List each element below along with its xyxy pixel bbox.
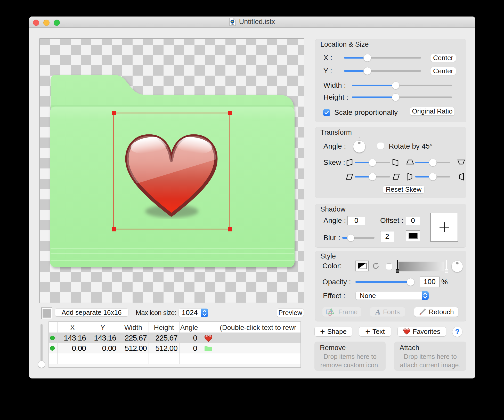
svg-text:istx: istx <box>231 24 234 25</box>
